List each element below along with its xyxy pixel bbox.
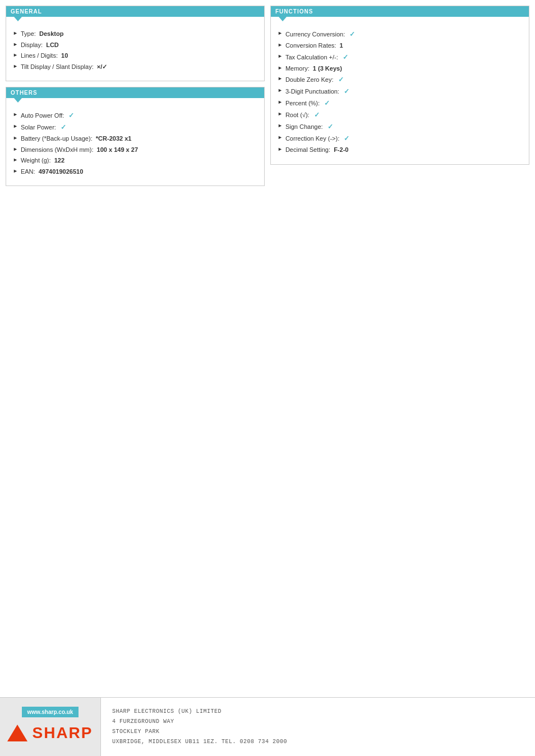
arrow-icon: ►: [13, 123, 18, 131]
address-line1: SHARP ELECTRONICS (UK) LIMITED: [112, 707, 524, 717]
item-value: 122: [54, 157, 64, 164]
arrow-icon: ►: [278, 146, 283, 154]
check-icon: ✓: [314, 111, 320, 119]
item-label: Lines / Digits: 10: [21, 51, 68, 61]
arrow-icon: ►: [278, 30, 283, 38]
item-value: LCD: [46, 41, 59, 48]
item-label: Display: LCD: [21, 40, 59, 50]
website-badge[interactable]: www.sharp.co.uk: [22, 707, 79, 717]
item-label: Solar Power: ✓: [21, 122, 66, 132]
arrow-icon: ►: [13, 168, 18, 175]
arrow-icon: ►: [278, 99, 283, 106]
general-list: ► Type: Desktop ► Display: LCD ► Lines /…: [13, 29, 257, 71]
sharp-triangle-icon: [7, 725, 27, 741]
list-item: ► Tax Calculation +/-: ✓: [278, 52, 522, 62]
list-item: ► Solar Power: ✓: [13, 122, 257, 132]
arrow-icon: ►: [13, 52, 18, 59]
check-icon: ✓: [343, 53, 348, 61]
item-label: Correction Key (->): ✓: [285, 133, 349, 143]
sharp-logo-container: SHARP: [7, 724, 93, 742]
item-label: Sign Change: ✓: [285, 122, 333, 132]
item-value: 4974019026510: [39, 168, 84, 175]
right-column: FUNCTIONS ► Currency Conversion: ✓ ► Con…: [270, 6, 529, 692]
arrow-icon: ►: [278, 64, 283, 72]
item-value: ×/✓: [97, 63, 107, 70]
check-icon: ✓: [324, 99, 330, 107]
item-label: Auto Power Off: ✓: [21, 110, 75, 120]
arrow-icon: ►: [278, 122, 283, 130]
item-label: Tax Calculation +/-: ✓: [285, 52, 348, 62]
item-label: Double Zero Key: ✓: [285, 75, 344, 85]
item-value: F-2-0: [334, 146, 348, 153]
address-line4: UXBRIDGE, MIDDLESEX UB11 1EZ. TEL. 0208 …: [112, 737, 524, 747]
item-value: 10: [61, 52, 68, 59]
list-item: ► EAN: 4974019026510: [13, 167, 257, 177]
item-label: Memory: 1 (3 Keys): [285, 64, 342, 73]
footer-address: SHARP ELECTRONICS (UK) LIMITED 4 FURZEGR…: [101, 698, 535, 756]
check-icon: ✓: [344, 87, 349, 95]
others-header: OTHERS: [6, 87, 264, 98]
list-item: ► Battery (*Back-up Usage): *CR-2032 x1: [13, 134, 257, 143]
check-icon: ✓: [344, 134, 349, 142]
list-item: ► Memory: 1 (3 Keys): [278, 64, 522, 73]
list-item: ► Correction Key (->): ✓: [278, 133, 522, 143]
item-label: Battery (*Back-up Usage): *CR-2032 x1: [21, 134, 131, 143]
list-item: ► Lines / Digits: 10: [13, 51, 257, 61]
arrow-icon: ►: [278, 75, 283, 83]
sharp-logo: SHARP: [32, 724, 93, 742]
others-section: OTHERS ► Auto Power Off: ✓ ► Solar Power…: [6, 87, 265, 186]
item-label: Root (√): ✓: [285, 110, 320, 120]
others-list: ► Auto Power Off: ✓ ► Solar Power: ✓ ► B…: [13, 110, 257, 176]
functions-body: ► Currency Conversion: ✓ ► Conversion Ra…: [271, 17, 529, 164]
list-item: ► Double Zero Key: ✓: [278, 75, 522, 85]
item-value: 1: [340, 42, 343, 49]
others-body: ► Auto Power Off: ✓ ► Solar Power: ✓ ► B…: [6, 98, 264, 185]
item-value: 1 (3 Keys): [313, 65, 342, 72]
page: GENERAL ► Type: Desktop ► Display: LCD ►: [0, 0, 535, 756]
list-item: ► Decimal Setting: F-2-0: [278, 145, 522, 155]
general-header: GENERAL: [6, 6, 264, 17]
arrow-icon: ►: [278, 87, 283, 95]
arrow-icon: ►: [278, 53, 283, 61]
arrow-icon: ►: [13, 146, 18, 154]
arrow-icon: ►: [278, 41, 283, 49]
item-value: 100 x 149 x 27: [97, 146, 138, 153]
list-item: ► Auto Power Off: ✓: [13, 110, 257, 120]
check-icon: ✓: [328, 123, 333, 131]
arrow-icon: ►: [13, 63, 18, 71]
list-item: ► Conversion Rates: 1: [278, 41, 522, 50]
arrow-icon: ►: [13, 30, 18, 38]
item-label: Dimensions (WxDxH mm): 100 x 149 x 27: [21, 145, 138, 155]
check-icon: ✓: [61, 123, 66, 131]
item-label: Percent (%): ✓: [285, 98, 330, 108]
item-label: Decimal Setting: F-2-0: [285, 145, 348, 155]
list-item: ► 3-Digit Punctuation: ✓: [278, 86, 522, 96]
general-section: GENERAL ► Type: Desktop ► Display: LCD ►: [6, 6, 265, 81]
item-label: EAN: 4974019026510: [21, 167, 83, 177]
item-label: Weight (g): 122: [21, 156, 64, 165]
list-item: ► Percent (%): ✓: [278, 98, 522, 108]
item-label: Conversion Rates: 1: [285, 41, 343, 50]
list-item: ► Type: Desktop: [13, 29, 257, 39]
item-label: Type: Desktop: [21, 29, 63, 39]
arrow-icon: ►: [13, 156, 18, 164]
check-icon: ✓: [68, 112, 74, 119]
functions-section: FUNCTIONS ► Currency Conversion: ✓ ► Con…: [270, 6, 529, 165]
item-label: Currency Conversion: ✓: [285, 29, 356, 39]
left-column: GENERAL ► Type: Desktop ► Display: LCD ►: [6, 6, 265, 692]
item-label: 3-Digit Punctuation: ✓: [285, 86, 349, 96]
list-item: ► Display: LCD: [13, 40, 257, 50]
list-item: ► Dimensions (WxDxH mm): 100 x 149 x 27: [13, 145, 257, 155]
footer-left: www.sharp.co.uk SHARP: [0, 698, 101, 756]
arrow-icon: ►: [278, 110, 283, 118]
arrow-icon: ►: [13, 111, 18, 119]
main-content: GENERAL ► Type: Desktop ► Display: LCD ►: [0, 0, 535, 697]
item-value: *CR-2032 x1: [96, 135, 132, 142]
list-item: ► Currency Conversion: ✓: [278, 29, 522, 39]
list-item: ► Tilt Display / Slant Display: ×/✓: [13, 62, 257, 72]
list-item: ► Sign Change: ✓: [278, 122, 522, 132]
functions-list: ► Currency Conversion: ✓ ► Conversion Ra…: [278, 29, 522, 155]
check-icon: ✓: [338, 76, 344, 84]
address-line3: STOCKLEY PARK: [112, 727, 524, 737]
arrow-icon: ►: [13, 41, 18, 49]
